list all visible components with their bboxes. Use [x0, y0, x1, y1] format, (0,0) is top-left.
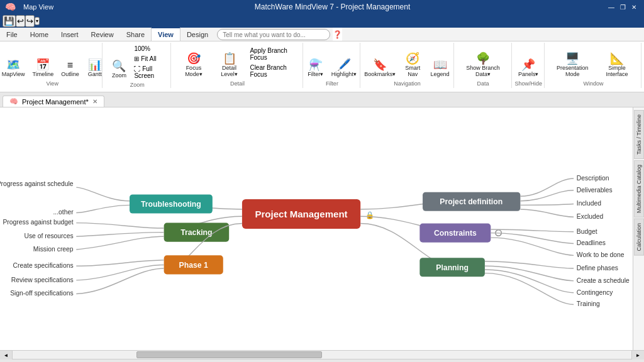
- help-search-input[interactable]: [217, 29, 330, 40]
- side-tab-multimedia[interactable]: Multimedia Catalog: [634, 160, 644, 217]
- gantt-icon: 📊: [88, 59, 102, 70]
- filter-button[interactable]: ⚗️ Filter▾: [304, 57, 327, 79]
- view-group-label: View: [47, 80, 58, 87]
- filter-icon: ⚗️: [309, 59, 323, 70]
- map-view-tab-label: Map View: [18, 2, 58, 12]
- phase1-label: Phase 1: [179, 261, 208, 270]
- create-schedule-label: Create a schedule: [577, 277, 630, 284]
- included-connector: [520, 204, 574, 205]
- work-done-connector: [491, 238, 574, 255]
- canvas-area: Project Management 🔒 Troubleshooting Pro…: [0, 107, 644, 350]
- create-specs-label: Create specifications: [13, 262, 74, 269]
- bookmarks-icon: 🔖: [373, 59, 387, 70]
- use-resources-label: Use of resources: [24, 233, 73, 239]
- detail-level-button[interactable]: 📋 Detail Level▾: [213, 51, 247, 79]
- hscroll-thumb[interactable]: [136, 351, 322, 358]
- doc-tab-close-button[interactable]: ✕: [92, 98, 97, 105]
- description-label: Description: [577, 175, 609, 182]
- tab-view[interactable]: View: [151, 27, 180, 41]
- signoff-specs-label: Sign-off specifications: [10, 290, 73, 297]
- ribbon-group-data: 🌳 Show Branch Data▾ Data: [455, 43, 512, 88]
- review-specs-label: Review specifications: [11, 277, 74, 283]
- highlight-button[interactable]: 🖊️ Highlight▾: [328, 57, 360, 79]
- scroll-right-button[interactable]: ►: [631, 351, 644, 359]
- navigation-group-label: Navigation: [394, 80, 421, 87]
- constraints-label: Constraints: [434, 229, 477, 238]
- ribbon-group-view: 🗺️ MapView 📅 Timeline ≡ Outline 📊 Gantt …: [3, 43, 103, 88]
- mission-creep-label: Mission creep: [33, 246, 74, 253]
- progress-schedule-connector: [76, 187, 130, 201]
- panels-button[interactable]: 📌 Panels▾: [515, 57, 542, 79]
- budget-label: Budget: [577, 228, 597, 235]
- gantt-button[interactable]: 📊 Gantt: [84, 57, 106, 79]
- window-group-label: Window: [583, 80, 603, 87]
- qat-dropdown-button[interactable]: ▾: [35, 17, 40, 25]
- help-button[interactable]: ❓: [333, 28, 342, 41]
- contingency-label: Contingency: [577, 289, 613, 296]
- side-panel: Tasks / Timeline Multimedia Catalog Calc…: [633, 107, 644, 350]
- timeline-icon: 📅: [36, 59, 50, 70]
- undo-qat-button[interactable]: ↩: [16, 15, 25, 27]
- budget-connector: [491, 229, 574, 232]
- redo-qat-button[interactable]: ↪: [25, 15, 35, 27]
- hscroll-row: ◄ ►: [0, 350, 644, 359]
- central-node-label: Project Management: [255, 209, 347, 219]
- app-title: MatchWare MindView 7 - Project Managemen…: [58, 3, 606, 11]
- scroll-left-button[interactable]: ◄: [0, 351, 13, 359]
- tab-share[interactable]: Share: [120, 28, 151, 41]
- presentation-mode-button[interactable]: 🖥️ Presentation Mode: [550, 51, 596, 79]
- legend-button[interactable]: 📖 Legend: [429, 57, 452, 79]
- ribbon-group-window: 🖥️ Presentation Mode 📐 Simple Interface …: [546, 43, 641, 88]
- progress-budget-label: Progress against budget: [3, 219, 73, 226]
- tab-file[interactable]: File: [0, 28, 24, 41]
- ribbon-group-navigation: 🔖 Bookmarks▾ 🧭 Smart Nav 📖 Legend Naviga…: [362, 43, 454, 88]
- ribbon-content: 🗺️ MapView 📅 Timeline ≡ Outline 📊 Gantt …: [0, 41, 644, 92]
- progress-schedule-label: Progress against schedule: [0, 180, 74, 187]
- apply-branch-focus-button[interactable]: Apply Branch Focus: [247, 46, 299, 62]
- signoff-specs-connector: [76, 268, 164, 293]
- zoom-icon: 🔍: [112, 60, 126, 72]
- side-tab-tasks[interactable]: Tasks / Timeline: [634, 110, 644, 159]
- mindmap-svg: Project Management 🔒 Troubleshooting Pro…: [0, 107, 644, 350]
- excluded-connector: [520, 209, 574, 217]
- ribbon-tabs: File Home Insert Review Share View Desig…: [0, 28, 644, 41]
- restore-button[interactable]: ❐: [618, 2, 628, 12]
- create-specs-connector: [76, 260, 164, 266]
- zoom-100-button[interactable]: 100%: [131, 44, 167, 53]
- document-tab[interactable]: 🧠 Project Management* ✕: [3, 96, 104, 107]
- mapview-button[interactable]: 🗺️ MapView: [0, 57, 28, 79]
- clear-branch-focus-button[interactable]: Clear Branch Focus: [247, 63, 299, 79]
- focus-mode-button[interactable]: 🎯 Focus Mode▾: [176, 51, 211, 79]
- close-button[interactable]: ✕: [629, 2, 639, 12]
- full-screen-button[interactable]: ⛶ Full Screen: [131, 64, 167, 80]
- fit-all-button[interactable]: ⊞ Fit All: [131, 54, 167, 63]
- outline-button[interactable]: ≡ Outline: [58, 58, 82, 79]
- tab-design[interactable]: Design: [180, 28, 214, 41]
- minimize-button[interactable]: —: [606, 2, 616, 12]
- show-branch-data-button[interactable]: 🌳 Show Branch Data▾: [459, 51, 508, 79]
- doc-tab-icon: 🧠: [9, 97, 18, 106]
- bookmarks-button[interactable]: 🔖 Bookmarks▾: [364, 57, 397, 79]
- tab-insert[interactable]: Insert: [55, 28, 85, 41]
- hscroll-track[interactable]: [13, 351, 631, 359]
- tab-home[interactable]: Home: [24, 28, 55, 41]
- simple-interface-button[interactable]: 📐 Simple Interface: [597, 51, 637, 79]
- show-branch-data-icon: 🌳: [476, 53, 490, 64]
- panels-icon: 📌: [521, 59, 535, 70]
- side-tab-calculation[interactable]: Calculation: [634, 219, 644, 256]
- doc-tabbar: 🧠 Project Management* ✕: [0, 92, 644, 107]
- timeline-button[interactable]: 📅 Timeline: [30, 57, 57, 79]
- save-qat-button[interactable]: 💾: [3, 15, 16, 27]
- zoom-group-label: Zoom: [130, 82, 145, 88]
- smart-nav-button[interactable]: 🧭 Smart Nav: [398, 51, 428, 79]
- ribbon-group-zoom: 🔍 Zoom 100% ⊞ Fit All ⛶ Full Screen Zoom: [104, 43, 171, 88]
- showhide-group-label: Show/Hide: [514, 80, 542, 87]
- doc-tab-label: Project Management*: [22, 98, 89, 106]
- contingency-connector: [485, 270, 574, 293]
- zoom-button[interactable]: 🔍 Zoom: [108, 58, 130, 80]
- other-label: ...other: [53, 209, 74, 216]
- deliverables-label: Deliverables: [577, 187, 613, 194]
- tab-review[interactable]: Review: [85, 28, 120, 41]
- mapview-icon: 🗺️: [6, 59, 20, 70]
- ribbon-group-showhide: 📌 Panels▾ Show/Hide: [513, 43, 545, 88]
